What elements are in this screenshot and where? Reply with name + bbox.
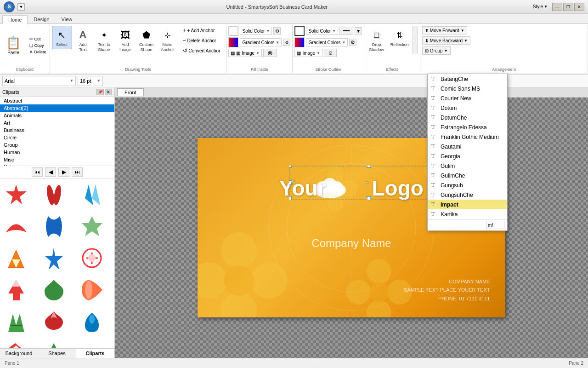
close-button[interactable]: ✕ (574, 3, 584, 11)
clipart-item-12[interactable] (77, 275, 107, 305)
image-fill-btn2[interactable]: ⊗ (263, 49, 277, 57)
font-item-couriernew[interactable]: T Courier New (428, 93, 507, 103)
clipart-item-17[interactable] (39, 339, 69, 348)
clipart-item-6[interactable] (77, 212, 107, 242)
font-search-input[interactable] (486, 221, 504, 229)
gradient-options-btn[interactable]: ⚙ (283, 39, 290, 46)
clipart-item-15[interactable] (77, 307, 107, 337)
cut-button[interactable]: ✂ ✂ CutCut (28, 36, 48, 42)
stroke-color-swatch[interactable] (294, 26, 305, 36)
nav-first-btn[interactable]: ⏮ (32, 167, 43, 177)
clipart-item-16[interactable] (1, 339, 31, 348)
category-abstract2[interactable]: Abstract[2] (0, 104, 114, 112)
category-circle[interactable]: Circle (0, 134, 114, 141)
font-item-franklin[interactable]: T Franklin Gothic Medium (428, 132, 507, 142)
clipart-item-3[interactable] (77, 180, 107, 210)
reflection-button[interactable]: ⇅ Reflection (388, 26, 412, 49)
clipart-item-8[interactable] (39, 243, 69, 273)
add-image-button[interactable]: 🖼 AddImage (115, 26, 136, 54)
category-abstract[interactable]: Abstract (0, 97, 114, 104)
nav-prev-btn[interactable]: ◀ (45, 167, 56, 177)
add-text-button[interactable]: A AddText (73, 26, 93, 54)
category-animals[interactable]: Animals (0, 112, 114, 119)
cliparts-close-btn[interactable]: ✕ (105, 89, 112, 95)
font-item-gulimche[interactable]: T GulimChe (428, 171, 507, 180)
font-item-batangche[interactable]: T BatangChe (428, 74, 507, 84)
tab-design[interactable]: Design (28, 15, 55, 23)
stroke-gradient-dropdown[interactable]: Gradient Colors ▼ (306, 38, 348, 46)
move-forward-button[interactable]: ⬆ Move Forward ▼ (422, 26, 467, 34)
font-name-input[interactable]: Arial ▼ (2, 76, 76, 86)
paste-button[interactable]: 📋 Paste (2, 34, 25, 57)
stroke-gradient-swatch[interactable] (294, 37, 305, 47)
font-size-input[interactable]: 16 pt ▼ (78, 76, 103, 86)
font-item-kartika[interactable]: T Kartika (428, 209, 507, 219)
clipart-item-5[interactable] (39, 212, 69, 242)
clipart-item-7[interactable] (1, 243, 31, 273)
category-human[interactable]: Human (0, 149, 114, 156)
cliparts-pin-btn[interactable]: 📌 (96, 89, 104, 95)
tab-background[interactable]: Background (0, 349, 38, 358)
quick-access-toolbar[interactable]: ▼ (17, 3, 25, 11)
category-misc[interactable]: Misc (0, 156, 114, 163)
clipart-item-1[interactable] (1, 180, 31, 210)
font-item-dotum[interactable]: T Dotum (428, 103, 507, 113)
canvas-tab-front[interactable]: Front (117, 88, 144, 96)
category-group[interactable]: Group (0, 141, 114, 149)
delete-button[interactable]: ✕ Delete (28, 49, 48, 55)
category-art[interactable]: Art (0, 119, 114, 126)
minimize-button[interactable]: — (552, 3, 562, 11)
add-anchor-button[interactable]: + + Add Anchor (180, 26, 223, 35)
clipart-item-11[interactable] (39, 275, 69, 305)
font-item-gulim[interactable]: T Gulim (428, 161, 507, 171)
tab-cliparts[interactable]: Cliparts (76, 349, 114, 358)
move-backward-button[interactable]: ⬇ Move Backward ▼ (422, 36, 470, 45)
stroke-image-dropdown[interactable]: ▦ Image ▼ (294, 49, 322, 57)
stroke-dashes-btn[interactable]: ━━ (339, 27, 353, 35)
text-to-shape-button[interactable]: ✦ Text toShape (94, 26, 114, 54)
gradient-color-swatch[interactable] (228, 37, 238, 47)
restore-button[interactable]: ❐ (563, 3, 573, 11)
clipart-item-18[interactable] (77, 339, 107, 348)
nav-last-btn[interactable]: ⏭ (72, 167, 83, 177)
font-item-estrangelo[interactable]: T Estrangelo Edessa (428, 122, 507, 132)
font-item-gungsuhche[interactable]: T GungsuhChe (428, 190, 507, 200)
clipart-item-14[interactable] (39, 307, 69, 337)
tab-view[interactable]: View (56, 15, 79, 23)
font-item-gautami[interactable]: T Gautami (428, 142, 507, 151)
clipart-item-2[interactable] (39, 180, 69, 210)
convert-anchor-button[interactable]: ↺ Convert Anchor (180, 46, 223, 55)
font-item-dotumche[interactable]: T DotumChe (428, 113, 507, 122)
category-business[interactable]: Business (0, 126, 114, 134)
stroke-solid-color-dropdown[interactable]: Solid Color ▼ (306, 27, 338, 35)
fill-color-swatch[interactable] (228, 26, 238, 36)
clipart-item-10[interactable] (1, 275, 31, 305)
group-button[interactable]: ⊞ Group ▼ (422, 46, 451, 55)
stroke-gradient-btn2[interactable]: ⚙ (349, 39, 356, 46)
fill-options-btn[interactable]: ⚙ (273, 27, 281, 34)
font-item-gungsuh[interactable]: T Gungsuh (428, 180, 507, 190)
move-anchor-button[interactable]: ⊹ MoveAnchor (158, 26, 178, 54)
stroke-options-btn[interactable]: ▼ (355, 27, 362, 34)
image-fill-dropdown[interactable]: ▦ ▦ Image ▼ (228, 49, 262, 57)
nav-play-btn[interactable]: ▶ (58, 167, 69, 177)
clipart-item-9[interactable] (77, 243, 107, 273)
font-item-comicsans[interactable]: T Comic Sans MS (428, 84, 507, 93)
drop-shadow-button[interactable]: □ DropShadow (366, 26, 387, 54)
stroke-opacity-btn[interactable]: ⊙ (324, 49, 337, 57)
canvas-viewport[interactable]: Your Logo (115, 98, 588, 358)
tab-home[interactable]: Home (2, 15, 28, 24)
copy-button[interactable]: ❑ Copy (28, 43, 48, 48)
effects-expand-btn[interactable]: ⋮ (413, 26, 418, 53)
font-item-georgia[interactable]: T Georgia (428, 151, 507, 161)
custom-shape-button[interactable]: ⬟ CustomShape (136, 26, 157, 54)
select-button[interactable]: ↖ Select (52, 26, 72, 49)
font-item-impact[interactable]: T Impact (428, 200, 507, 209)
solid-color-dropdown[interactable]: Solid Color ▼ (240, 27, 272, 35)
clipart-item-13[interactable] (1, 307, 31, 337)
tab-shapes[interactable]: Shapes (38, 349, 76, 358)
company-name[interactable]: Company Name (311, 237, 391, 250)
clipart-item-4[interactable] (1, 212, 31, 242)
gradient-colors-dropdown[interactable]: Gradient Colors ▼ (240, 38, 282, 46)
delete-anchor-button[interactable]: − Delete Anchor (180, 36, 223, 45)
